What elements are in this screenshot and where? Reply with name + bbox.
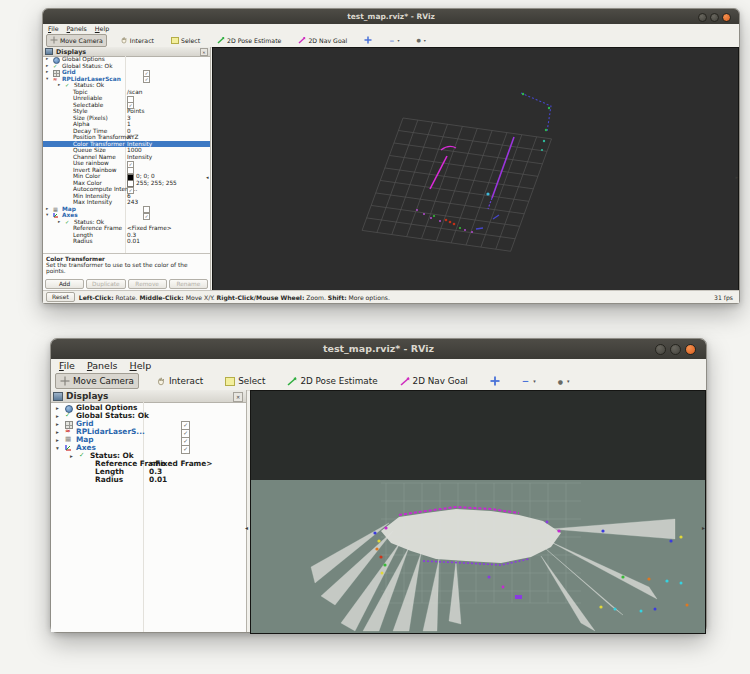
measure-icon: − (522, 376, 529, 386)
dropdown-arrow-icon[interactable]: ▾ (533, 378, 536, 384)
interact-button[interactable]: Interact (116, 34, 158, 47)
dropdown-arrow-icon[interactable]: ▾ (397, 38, 399, 43)
property-name: Radius (95, 476, 123, 484)
3d-viewport[interactable] (250, 390, 706, 634)
minimize-button[interactable] (655, 344, 666, 355)
select-box-icon (171, 37, 179, 44)
property-name: Radius (73, 238, 92, 245)
hand-icon (120, 36, 128, 44)
check-icon: ✓ (65, 219, 69, 225)
expand-arrow-icon[interactable]: ▸ (56, 412, 59, 420)
focus-camera-icon (364, 36, 372, 44)
focus-camera-icon (490, 376, 500, 386)
move-camera-button[interactable]: Move Camera (55, 373, 139, 389)
publish-point-button[interactable]: ●▾ (553, 373, 575, 389)
check-icon: ✓ (53, 63, 57, 69)
panel-close-icon[interactable]: ✕ (233, 392, 243, 402)
displays-panel: Displays ✕ ▸Global Options▸✓Global Statu… (51, 390, 247, 632)
property-description: Color Transformer Set the transformer to… (43, 253, 210, 280)
displays-tree: ▸Global Options▸✓Global Status: Ok▸Grid✓… (43, 56, 210, 253)
duplicate-button: Duplicate (86, 279, 125, 289)
maximize-button[interactable] (710, 13, 719, 22)
nav-goal-button[interactable]: 2D Nav Goal (294, 34, 351, 47)
dropdown-arrow-icon[interactable]: ▾ (424, 38, 426, 43)
nav-goal-button[interactable]: 2D Nav Goal (395, 373, 473, 389)
focus-camera-button[interactable] (485, 373, 505, 389)
measure-button[interactable]: −▾ (517, 373, 541, 389)
expand-arrow-icon[interactable]: ▸ (56, 404, 59, 412)
status-bar: Reset Left-Click: Rotate. Middle-Click: … (43, 290, 739, 303)
pose-estimate-arrow-icon (287, 376, 297, 386)
fps-counter: 31 fps (714, 294, 733, 301)
check-icon: ✓ (79, 452, 85, 460)
minimize-button[interactable] (698, 13, 707, 22)
rviz-window-top: test_map.rviz* - RViz File Panels Help M… (42, 8, 740, 304)
scan-icon: ≈ (53, 76, 57, 82)
hand-icon (156, 376, 166, 386)
tree-row[interactable]: Radius0.01 (43, 238, 210, 245)
close-button[interactable] (685, 344, 696, 355)
titlebar[interactable]: test_map.rviz* - RViz (51, 339, 706, 359)
displays-panel-icon (45, 48, 53, 55)
move-camera-icon (50, 36, 58, 44)
menu-panels[interactable]: Panels (67, 25, 87, 32)
nav-goal-arrow-icon (298, 36, 306, 44)
titlebar[interactable]: test_map.rviz* - RViz (43, 9, 739, 24)
expand-arrow-icon[interactable]: ▸ (56, 428, 59, 436)
move-camera-button[interactable]: Move Camera (46, 34, 107, 47)
3d-scene (213, 48, 738, 292)
move-camera-icon (60, 376, 70, 386)
expand-arrow-icon[interactable]: ▸ (56, 420, 59, 428)
check-icon: ✓ (65, 412, 71, 420)
menu-help[interactable]: Help (95, 25, 109, 32)
menu-help[interactable]: Help (130, 360, 152, 371)
menu-file[interactable]: File (48, 25, 59, 32)
expand-arrow-icon[interactable]: ▸ (56, 436, 59, 444)
menu-bar: File Panels Help (51, 359, 706, 373)
panel-collapse-left-icon[interactable]: ◂ (206, 175, 209, 180)
panel-close-icon[interactable]: ✕ (200, 48, 208, 56)
dropdown-arrow-icon[interactable]: ▾ (567, 378, 570, 384)
close-button[interactable] (722, 13, 731, 22)
panel-collapse-right-icon[interactable]: ▸ (735, 175, 738, 180)
menu-panels[interactable]: Panels (87, 360, 118, 371)
tree-row[interactable]: Radius0.01 (51, 476, 246, 484)
window-title: test_map.rviz* - RViz (347, 12, 435, 21)
publish-point-button[interactable]: ●▾ (412, 34, 429, 47)
property-value[interactable]: 0.01 (127, 238, 140, 245)
remove-button: Remove (128, 279, 167, 289)
expand-arrow-icon[interactable]: ▸ (70, 452, 73, 460)
3d-scene (251, 391, 705, 633)
pose-estimate-button[interactable]: 2D Pose Estimate (213, 34, 285, 47)
map-icon: ▦ (53, 206, 58, 212)
3d-viewport[interactable] (212, 47, 739, 293)
measure-icon: − (389, 37, 394, 44)
select-button[interactable]: Select (220, 373, 270, 389)
focus-camera-button[interactable] (360, 34, 376, 47)
tool-bar: Move Camera Interact Select 2D Pose Esti… (51, 372, 706, 391)
displays-panel-header[interactable]: Displays ✕ (51, 390, 246, 403)
maximize-button[interactable] (670, 344, 681, 355)
panel-collapse-left-icon[interactable]: ◂ (245, 525, 248, 531)
menu-file[interactable]: File (59, 360, 75, 371)
add-button[interactable]: Add (45, 279, 84, 289)
publish-point-icon: ● (558, 378, 563, 385)
reset-button[interactable]: Reset (46, 292, 75, 302)
collapse-arrow-icon[interactable]: ▾ (56, 444, 59, 452)
publish-point-icon: ● (416, 37, 420, 43)
displays-panel: Displays ✕ ▸Global Options▸✓Global Statu… (43, 47, 211, 291)
tool-bar: Move Camera Interact Select 2D Pose Esti… (43, 33, 739, 48)
interact-button[interactable]: Interact (151, 373, 208, 389)
displays-button-row: Add Duplicate Remove Rename (43, 279, 210, 289)
select-button[interactable]: Select (167, 34, 204, 47)
map-icon: ▦ (65, 436, 71, 444)
displays-panel-icon (53, 392, 63, 401)
measure-button[interactable]: −▾ (385, 34, 403, 47)
description-text: Set the transformer to use to set the co… (46, 262, 207, 274)
rename-button: Rename (169, 279, 208, 289)
property-value[interactable]: 0.01 (149, 476, 167, 484)
check-icon: ✓ (65, 82, 69, 88)
panel-collapse-right-icon[interactable]: ▸ (702, 525, 705, 531)
pose-estimate-button[interactable]: 2D Pose Estimate (282, 373, 382, 389)
mouse-help-text: Left-Click: Rotate. Middle-Click: Move X… (79, 294, 390, 301)
